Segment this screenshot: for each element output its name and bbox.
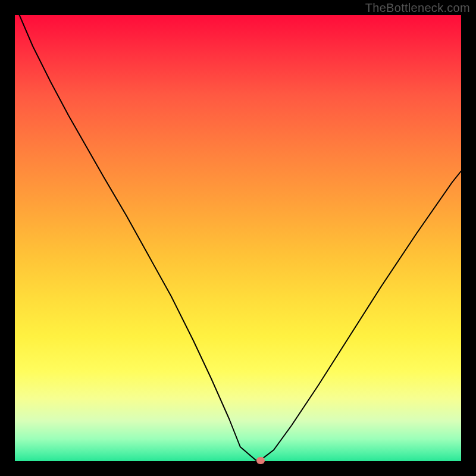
minimum-marker (256, 457, 265, 464)
chart-frame: TheBottleneck.com (0, 0, 476, 476)
chart-svg (15, 15, 461, 461)
bottleneck-curve (20, 15, 462, 461)
watermark-text: TheBottleneck.com (365, 1, 470, 15)
plot-area (15, 15, 461, 461)
